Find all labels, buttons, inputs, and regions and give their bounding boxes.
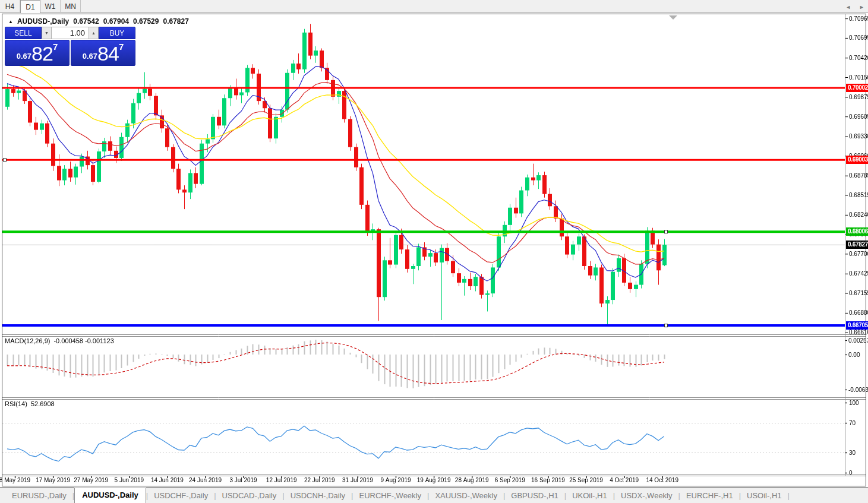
rsi-indicator-label: RSI(14) 52.6908	[5, 400, 55, 407]
macd-indicator-label: MACD(12,26,9) -0.000458 -0.001123	[5, 337, 114, 344]
tab-eurusd-daily[interactable]: EURUSD-,Daily	[6, 489, 72, 503]
hline-price-label: 0.70002	[846, 84, 868, 92]
rsi-name: RSI(14)	[5, 400, 27, 407]
timeframe-button-h4[interactable]: H4	[0, 0, 20, 13]
current-price-label: 0.67827	[846, 241, 868, 249]
tab-eurchf-h1[interactable]: EURCHF-,H1	[680, 489, 739, 503]
sell-price-button[interactable]: 0.67 82 7	[5, 40, 70, 66]
tab-usdcad-daily[interactable]: USDCAD-,Daily	[216, 489, 283, 503]
ohlc-close: 0.67827	[163, 17, 188, 26]
timeframe-button-mn[interactable]: MN	[61, 0, 81, 13]
symbol-tab-bar: EURUSD-,Daily|AUDUSD-,Daily|USDCHF-,Dail…	[0, 488, 868, 503]
mt4-chart-window: H4D1W1MN ▲ AUDUSD-,Daily 0.67542 0.67904…	[0, 0, 868, 503]
collapse-one-click-icon[interactable]: ▲	[8, 19, 13, 24]
sell-button[interactable]: SELL	[5, 27, 42, 39]
tab-usdcnh-daily[interactable]: USDCNH-,Daily	[285, 489, 351, 503]
buy-price-button[interactable]: 0.67 84 7	[71, 40, 135, 66]
chart-symbol-label: AUDUSD-,Daily	[17, 17, 69, 26]
tab-separator: |	[788, 491, 790, 503]
tab-usdx-weekly[interactable]: USDX-,Weekly	[615, 489, 678, 503]
tab-usoil-h1[interactable]: USOil-,H1	[741, 489, 788, 503]
ohlc-high: 0.67904	[103, 17, 129, 26]
tab-gbpusd-h1[interactable]: GBPUSD-,H1	[505, 489, 564, 503]
timeframe-toolbar: H4D1W1MN	[0, 0, 868, 13]
volume-input[interactable]	[52, 27, 89, 39]
ohlc-open: 0.67542	[73, 17, 99, 26]
chart-canvas[interactable]	[0, 0, 868, 503]
sell-price-big: 82	[31, 43, 53, 64]
volume-increase-button[interactable]: ▲	[89, 27, 99, 39]
timeframe-button-d1[interactable]: D1	[20, 0, 40, 13]
volume-decrease-button[interactable]: ▼	[42, 27, 52, 39]
buy-button[interactable]: BUY	[99, 27, 135, 39]
one-click-trading-panel: SELL ▼ ▲ BUY 0.67 82 7 0.67 84 7	[5, 27, 135, 66]
tab-scroll-left-icon[interactable]: ◄	[845, 4, 851, 10]
tab-scroll-arrows: ◄ ►	[845, 4, 864, 10]
rsi-value: 52.6908	[31, 400, 55, 407]
hline-price-label: 0.68006	[846, 227, 868, 236]
ohlc-low: 0.67529	[133, 17, 159, 26]
hline-price-label: 0.66705	[846, 321, 868, 330]
tab-usdchf-daily[interactable]: USDCHF-,Daily	[148, 489, 214, 503]
tab-xauusd-weekly[interactable]: XAUUSD-,Weekly	[429, 489, 503, 503]
sell-price-pip: 7	[53, 42, 58, 52]
buy-price-prefix: 0.67	[83, 52, 97, 61]
buy-price-pip: 7	[119, 42, 124, 52]
macd-values: -0.000458 -0.001123	[53, 337, 113, 344]
buy-price-big: 84	[97, 43, 119, 64]
macd-name: MACD(12,26,9)	[5, 337, 50, 344]
timeframe-button-w1[interactable]: W1	[40, 0, 61, 13]
hline-price-label: 0.69003	[846, 156, 868, 164]
tab-scroll-right-icon[interactable]: ►	[859, 4, 864, 10]
sell-price-prefix: 0.67	[17, 52, 31, 61]
chart-title: ▲ AUDUSD-,Daily 0.67542 0.67904 0.67529 …	[8, 17, 189, 26]
tab-audusd-daily[interactable]: AUDUSD-,Daily	[74, 488, 146, 503]
tab-ukoil-h1[interactable]: UKOil-,H1	[566, 489, 613, 503]
tab-eurchf-weekly[interactable]: EURCHF-,Weekly	[353, 489, 428, 503]
